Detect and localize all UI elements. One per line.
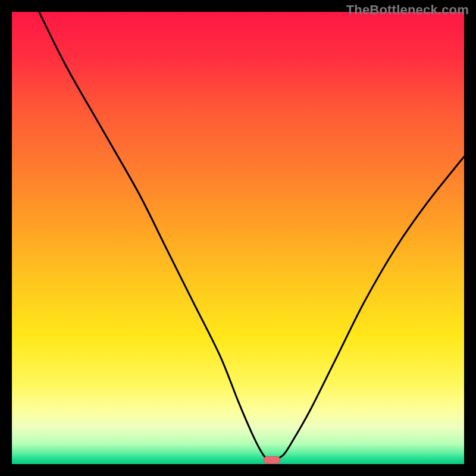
plot-area (12, 12, 464, 464)
gradient-background (12, 12, 464, 464)
watermark-text: TheBottleneck.com (346, 2, 469, 18)
chart-frame: TheBottleneck.com (0, 0, 476, 476)
bottleneck-chart (12, 12, 464, 464)
optimal-point-marker (264, 456, 280, 464)
